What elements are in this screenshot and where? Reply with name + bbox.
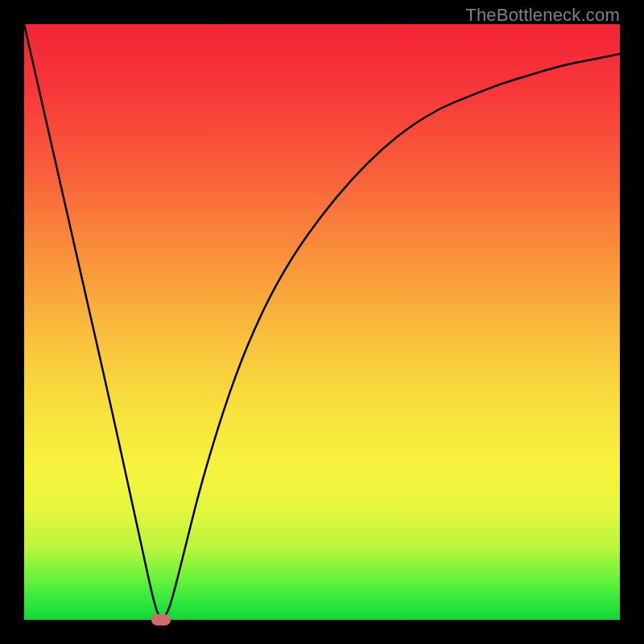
- chart-line-svg: [24, 24, 620, 620]
- bottleneck-curve: [24, 24, 620, 618]
- watermark-text: TheBottleneck.com: [465, 5, 620, 26]
- plot-area: [24, 24, 620, 620]
- minimum-marker: [151, 614, 171, 625]
- chart-container: TheBottleneck.com: [0, 0, 644, 644]
